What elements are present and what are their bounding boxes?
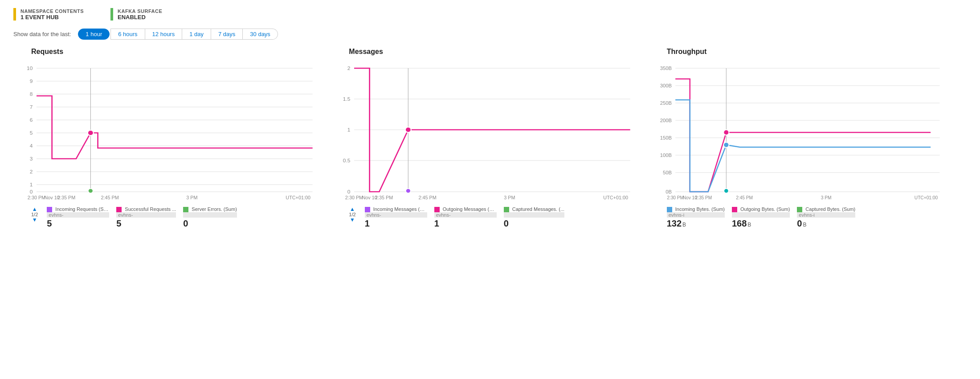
top-bar: NAMESPACE CONTENTS 1 EVENT HUB KAFKA SUR… bbox=[0, 0, 980, 25]
svg-point-23 bbox=[88, 130, 94, 136]
throughput-legend-outgoing: Outgoing Bytes. (Sum) 168 B bbox=[732, 206, 790, 229]
svg-text:50B: 50B bbox=[663, 170, 672, 175]
messages-nav-down[interactable]: ▼ bbox=[350, 217, 355, 222]
messages-incoming-value: 1 bbox=[365, 218, 427, 229]
messages-incoming-label: Incoming Messages (Sum) bbox=[365, 206, 427, 212]
svg-text:3: 3 bbox=[30, 156, 33, 161]
throughput-title: Throughput bbox=[649, 48, 958, 56]
requests-nav-down[interactable]: ▼ bbox=[32, 217, 37, 222]
svg-text:1: 1 bbox=[347, 127, 351, 132]
throughput-captured-value: 0 B bbox=[797, 218, 855, 229]
svg-text:0B: 0B bbox=[666, 189, 672, 194]
time-btn-12h[interactable]: 12 hours bbox=[145, 29, 183, 40]
requests-chart[interactable]: 10 9 8 7 6 5 4 3 2 1 0 bbox=[13, 60, 322, 203]
svg-text:3 PM: 3 PM bbox=[821, 195, 831, 200]
throughput-captured-label: Captured Bytes. (Sum) bbox=[797, 206, 855, 212]
svg-text:2:30 PM: 2:30 PM bbox=[667, 195, 684, 200]
svg-text:1.5: 1.5 bbox=[343, 96, 351, 102]
time-btn-1h[interactable]: 1 hour bbox=[78, 29, 110, 40]
messages-captured-color bbox=[504, 207, 509, 212]
requests-errors-value: 0 bbox=[183, 218, 237, 229]
svg-point-24 bbox=[88, 189, 93, 193]
messages-nav-up[interactable]: ▲ bbox=[350, 206, 355, 212]
time-btn-30d[interactable]: 30 days bbox=[243, 29, 278, 40]
svg-text:150B: 150B bbox=[660, 135, 671, 140]
svg-text:250B: 250B bbox=[660, 100, 671, 106]
svg-text:7: 7 bbox=[30, 104, 33, 110]
throughput-incoming-value: 132 B bbox=[667, 218, 725, 229]
messages-chart[interactable]: 2 1.5 1 0.5 0 2:30 PM Nov 10 2:35 PM 2:4… bbox=[331, 60, 640, 203]
messages-captured-sub bbox=[504, 212, 564, 218]
svg-text:2:30 PM: 2:30 PM bbox=[345, 195, 363, 200]
messages-section: Messages 2 1.5 1 0.5 0 bbox=[331, 48, 649, 229]
time-btn-1d[interactable]: 1 day bbox=[182, 29, 211, 40]
requests-svg: 10 9 8 7 6 5 4 3 2 1 0 bbox=[13, 60, 322, 203]
requests-legend-nav: ▲ 1/2 ▼ bbox=[31, 206, 38, 222]
time-btn-6h[interactable]: 6 hours bbox=[110, 29, 145, 40]
svg-text:2:30 PM: 2:30 PM bbox=[28, 195, 45, 200]
throughput-incoming-label: Incoming Bytes. (Sum) bbox=[667, 206, 725, 212]
svg-text:2:45 PM: 2:45 PM bbox=[101, 195, 119, 200]
svg-text:2:45 PM: 2:45 PM bbox=[736, 195, 753, 200]
svg-text:5: 5 bbox=[30, 130, 33, 136]
messages-captured-label: Captured Messages. (... bbox=[504, 206, 564, 212]
time-btn-7d[interactable]: 7 days bbox=[211, 29, 243, 40]
namespace-block: NAMESPACE CONTENTS 1 EVENT HUB bbox=[13, 8, 84, 21]
requests-errors-label: Server Errors. (Sum) bbox=[183, 206, 237, 212]
throughput-chart[interactable]: 350B 300B 250B 200B 150B 100B 50B 0B bbox=[649, 60, 958, 203]
requests-section: Requests 10 9 8 7 6 5 bbox=[13, 48, 331, 229]
requests-title: Requests bbox=[13, 48, 322, 56]
throughput-legend-incoming: Incoming Bytes. (Sum) evhns-i 132 B bbox=[667, 206, 725, 229]
namespace-label: NAMESPACE CONTENTS bbox=[20, 8, 84, 14]
messages-legend-captured: Captured Messages. (... 0 bbox=[504, 206, 564, 229]
messages-outgoing-sub: evhns- bbox=[434, 212, 497, 218]
kafka-label: KAFKA SURFACE bbox=[118, 8, 162, 14]
yellow-indicator bbox=[13, 8, 16, 21]
messages-legend-incoming: Incoming Messages (Sum) evhns- 1 bbox=[365, 206, 427, 229]
svg-point-68 bbox=[723, 142, 729, 148]
messages-legend-nav: ▲ 1/2 ▼ bbox=[349, 206, 355, 222]
requests-legend: ▲ 1/2 ▼ Incoming Requests (Sum) evhns- 5… bbox=[13, 203, 322, 229]
svg-text:2:35 PM: 2:35 PM bbox=[375, 195, 393, 200]
svg-text:8: 8 bbox=[30, 91, 33, 97]
svg-text:2:45 PM: 2:45 PM bbox=[419, 195, 437, 200]
requests-legend-successful: Successful Requests ... evhns- 5 bbox=[116, 206, 176, 229]
messages-captured-value: 0 bbox=[504, 218, 564, 229]
throughput-outgoing-color bbox=[732, 207, 737, 212]
messages-legend: ▲ 1/2 ▼ Incoming Messages (Sum) evhns- 1… bbox=[331, 203, 640, 229]
throughput-outgoing-sub bbox=[732, 212, 790, 218]
svg-text:3 PM: 3 PM bbox=[186, 195, 197, 200]
kafka-value: ENABLED bbox=[118, 14, 162, 21]
throughput-captured-color bbox=[797, 207, 802, 212]
svg-text:350B: 350B bbox=[660, 66, 671, 71]
time-filter-row: Show data for the last: 1 hour 6 hours 1… bbox=[0, 25, 980, 48]
requests-legend-errors: Server Errors. (Sum) 0 bbox=[183, 206, 237, 229]
requests-nav-up[interactable]: ▲ bbox=[32, 206, 37, 212]
svg-text:3 PM: 3 PM bbox=[504, 195, 515, 200]
svg-text:300B: 300B bbox=[660, 83, 671, 88]
svg-text:0.5: 0.5 bbox=[343, 158, 351, 163]
svg-text:0: 0 bbox=[347, 189, 351, 194]
messages-incoming-color bbox=[365, 207, 370, 212]
time-filter-label: Show data for the last: bbox=[13, 31, 71, 37]
requests-legend-incoming: Incoming Requests (Sum) evhns- 5 bbox=[47, 206, 109, 229]
requests-successful-sub: evhns- bbox=[116, 212, 176, 218]
messages-outgoing-color bbox=[434, 207, 440, 212]
requests-successful-color bbox=[116, 207, 122, 212]
svg-text:2: 2 bbox=[347, 66, 351, 71]
throughput-svg: 350B 300B 250B 200B 150B 100B 50B 0B bbox=[649, 60, 958, 203]
requests-successful-value: 5 bbox=[116, 218, 176, 229]
throughput-incoming-color bbox=[667, 207, 672, 212]
messages-outgoing-label: Outgoing Messages (Sum) bbox=[434, 206, 497, 212]
kafka-block: KAFKA SURFACE ENABLED bbox=[110, 8, 162, 21]
requests-incoming-value: 5 bbox=[47, 218, 109, 229]
svg-point-69 bbox=[724, 189, 728, 193]
requests-errors-color bbox=[183, 207, 188, 212]
svg-text:6: 6 bbox=[30, 117, 33, 123]
svg-text:10: 10 bbox=[27, 66, 33, 71]
throughput-captured-sub: evhns-i bbox=[797, 212, 855, 218]
svg-text:9: 9 bbox=[30, 78, 33, 84]
throughput-section: Throughput 350B 300B 250B 200B 150B 100B bbox=[649, 48, 967, 229]
throughput-incoming-sub: evhns-i bbox=[667, 212, 725, 218]
kafka-text: KAFKA SURFACE ENABLED bbox=[118, 8, 162, 21]
